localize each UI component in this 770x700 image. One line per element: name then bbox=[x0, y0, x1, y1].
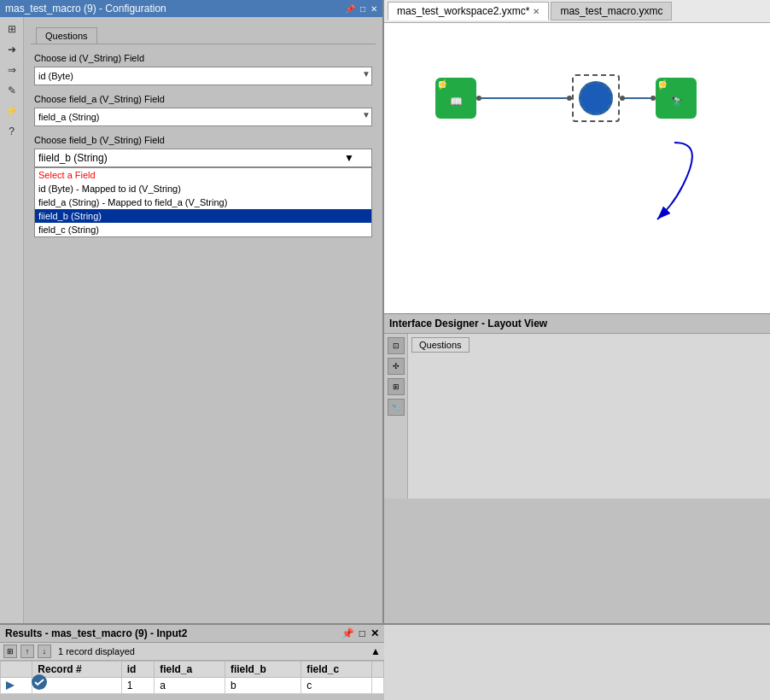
results-maximize-icon[interactable]: □ bbox=[359, 627, 365, 639]
results-controls: 📌 □ ✕ bbox=[341, 627, 379, 639]
interface-designer-title-text: Interface Designer - Layout View bbox=[389, 318, 547, 330]
dashed-node-box bbox=[572, 74, 620, 122]
dropdown-placeholder[interactable]: Select a Field bbox=[35, 168, 371, 182]
connector-1 bbox=[476, 96, 572, 101]
left-toolbar: ⊞ ➜ ⇒ ✎ ⚡ ? bbox=[0, 17, 24, 623]
dropdown-item-1[interactable]: field_a (String) - Mapped to field_a (V_… bbox=[35, 195, 371, 209]
questions-content: Choose id (V_String) Field id (Byte) ▼ C… bbox=[31, 44, 376, 184]
book-node-group: 📖 ⚡ bbox=[435, 78, 572, 119]
results-table-container: Record # id field_a fiield_b field_c bbox=[0, 661, 384, 700]
tool-icon-select[interactable]: ⊞ bbox=[3, 20, 20, 38]
tab-questions[interactable]: Questions bbox=[36, 27, 97, 44]
tool-icon-bolt[interactable]: ⚡ bbox=[3, 102, 20, 120]
results-table-header: Record # id field_a fiield_b field_c bbox=[1, 662, 384, 678]
config-panel-title: mas_test_macro (9) - Configuration bbox=[5, 3, 166, 15]
field-b-label: Choose field_b (V_String) Field bbox=[34, 135, 372, 145]
id-icon-move[interactable]: ✣ bbox=[388, 358, 405, 375]
row-id: 1 bbox=[121, 678, 154, 694]
id-tab-questions[interactable]: Questions bbox=[411, 337, 470, 353]
interface-designer-tabs: Questions bbox=[411, 337, 767, 353]
col-field-a: field_a bbox=[155, 662, 225, 678]
connector-2 bbox=[620, 96, 656, 101]
field-a-select[interactable]: field_a (String) bbox=[34, 108, 372, 126]
row-spacer bbox=[372, 678, 384, 694]
tab-workspace2-close[interactable]: ✕ bbox=[533, 7, 540, 16]
annotation-arrow bbox=[623, 134, 726, 236]
right-panel: mas_test_workspace2.yxmc* ✕ mas_test_mac… bbox=[384, 0, 770, 623]
tool-icon-help[interactable]: ? bbox=[3, 123, 20, 140]
results-title-text: Results - mas_test_macro (9) - Input2 bbox=[5, 627, 187, 639]
row-fiield-b: b bbox=[225, 678, 300, 694]
id-field-select[interactable]: id (Byte) bbox=[34, 67, 372, 85]
binoculars-node[interactable]: 🔭 ⚡ bbox=[656, 78, 697, 119]
canvas-area[interactable]: 📖 ⚡ bbox=[384, 23, 770, 313]
svg-text:⚡: ⚡ bbox=[437, 79, 449, 90]
svg-text:🔭: 🔭 bbox=[670, 95, 683, 108]
field-b-select-wrapper: fiield_b (String) ▼ Select a Field id (B… bbox=[34, 149, 372, 167]
line-2 bbox=[625, 97, 650, 99]
line-1 bbox=[481, 97, 567, 99]
row-field-c: c bbox=[301, 678, 372, 694]
interface-designer-title: Interface Designer - Layout View bbox=[384, 314, 770, 334]
results-scroll-up[interactable]: ▲ bbox=[370, 645, 381, 657]
row-run-icon bbox=[1, 678, 32, 694]
interface-designer-sidebar: ⊡ ✣ ⊞ 🔧 bbox=[384, 334, 408, 499]
table-row: 1 1 a b c bbox=[1, 678, 384, 694]
field-b-display[interactable]: fiield_b (String) ▼ bbox=[34, 149, 372, 167]
col-scroll bbox=[372, 662, 384, 678]
field-a-group: Choose field_a (V_String) Field field_a … bbox=[34, 94, 372, 126]
dropdown-item-0[interactable]: id (Byte) - Mapped to id (V_String) bbox=[35, 182, 371, 195]
results-down-icon[interactable]: ↓ bbox=[38, 645, 51, 658]
field-a-select-wrapper: field_a (String) ▼ bbox=[34, 108, 372, 126]
field-a-label: Choose field_a (V_String) Field bbox=[34, 94, 372, 104]
results-grid-icon[interactable]: ⊞ bbox=[3, 645, 17, 658]
tab-workspace2[interactable]: mas_test_workspace2.yxmc* ✕ bbox=[388, 2, 549, 20]
col-record-num bbox=[1, 662, 32, 678]
pin-icon[interactable]: 📌 bbox=[345, 4, 355, 14]
results-close-icon[interactable]: ✕ bbox=[370, 627, 379, 639]
dropdown-item-2[interactable]: fiield_b (String) bbox=[35, 209, 371, 223]
tab-macro-label: mas_test_macro.yxmc bbox=[560, 5, 662, 17]
bottom-right-area bbox=[384, 623, 770, 700]
tool-icon-pencil[interactable]: ✎ bbox=[3, 82, 20, 99]
svg-text:⚡: ⚡ bbox=[657, 79, 669, 90]
id-icon-grid[interactable]: ⊞ bbox=[388, 378, 405, 395]
config-content: Questions Choose id (V_String) Field id … bbox=[24, 17, 382, 623]
row-field-a: a bbox=[155, 678, 225, 694]
field-b-dropdown: Select a Field id (Byte) - Mapped to id … bbox=[34, 167, 372, 237]
col-fiield-b: fiield_b bbox=[225, 662, 300, 678]
id-field-group: Choose id (V_String) Field id (Byte) ▼ bbox=[34, 53, 372, 85]
close-icon[interactable]: ✕ bbox=[370, 4, 377, 14]
maximize-icon[interactable]: □ bbox=[360, 4, 365, 14]
col-field-c: field_c bbox=[301, 662, 372, 678]
interface-designer-content: ⊡ ✣ ⊞ 🔧 Questions bbox=[384, 334, 770, 499]
workflow-diagram: 📖 ⚡ bbox=[435, 74, 697, 122]
config-tab-bar: Questions bbox=[31, 24, 376, 44]
interface-designer-canvas bbox=[411, 356, 767, 475]
results-up-icon[interactable]: ↑ bbox=[20, 645, 34, 658]
field-b-value: fiield_b (String) bbox=[38, 152, 108, 164]
results-pin-icon[interactable]: 📌 bbox=[341, 627, 354, 639]
tab-macro[interactable]: mas_test_macro.yxmc bbox=[551, 2, 672, 20]
field-b-group: Choose field_b (V_String) Field fiield_b… bbox=[34, 135, 372, 167]
col-id: id bbox=[121, 662, 154, 678]
book-node[interactable]: 📖 ⚡ bbox=[435, 78, 476, 119]
tab-workspace2-label: mas_test_workspace2.yxmc* bbox=[397, 5, 529, 17]
results-panel: Results - mas_test_macro (9) - Input2 📌 … bbox=[0, 623, 384, 700]
config-panel-titlebar: mas_test_macro (9) - Configuration 📌 □ ✕ bbox=[0, 0, 382, 17]
canvas-tabs: mas_test_workspace2.yxmc* ✕ mas_test_mac… bbox=[384, 0, 770, 23]
bottom-row: Results - mas_test_macro (9) - Input2 📌 … bbox=[0, 623, 770, 700]
id-icon-layout[interactable]: ⊡ bbox=[388, 337, 405, 354]
interface-designer: Interface Designer - Layout View ⊡ ✣ ⊞ 🔧… bbox=[384, 313, 770, 501]
id-field-select-wrapper: id (Byte) ▼ bbox=[34, 67, 372, 85]
id-field-label: Choose id (V_String) Field bbox=[34, 53, 372, 63]
interface-designer-main: Questions bbox=[408, 334, 770, 499]
dropdown-item-3[interactable]: field_c (String) bbox=[35, 223, 371, 236]
id-icon-tool[interactable]: 🔧 bbox=[388, 399, 405, 416]
circle-node[interactable] bbox=[579, 81, 613, 115]
results-table: Record # id field_a fiield_b field_c bbox=[0, 661, 384, 694]
results-title-bar: Results - mas_test_macro (9) - Input2 📌 … bbox=[0, 625, 384, 643]
tool-icon-arrow2[interactable]: ⇒ bbox=[3, 61, 20, 79]
tool-icon-arrow1[interactable]: ➜ bbox=[3, 41, 20, 58]
circle-inner bbox=[587, 90, 604, 107]
